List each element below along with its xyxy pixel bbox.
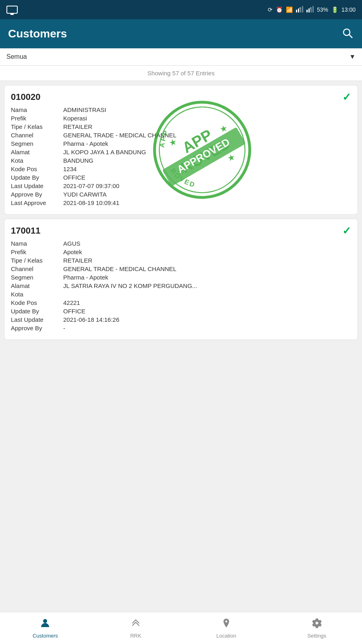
nav-label-settings: Settings xyxy=(307,633,326,639)
svg-point-26 xyxy=(315,622,318,625)
battery-percent: 53% xyxy=(317,6,328,13)
list-item: Tipe / KelasRETAILER xyxy=(11,123,351,130)
signal1-icon: 1 xyxy=(296,6,303,14)
field-label: Update By xyxy=(11,308,63,315)
field-value xyxy=(63,291,351,298)
customer-id: 010020 xyxy=(11,92,351,102)
field-label: Segmen xyxy=(11,274,63,281)
bottom-nav: Customers RRK Location Settings xyxy=(0,612,362,644)
field-label: Last Update xyxy=(11,182,63,189)
list-item: Kode Pos42221 xyxy=(11,299,351,306)
list-item: Approve By- xyxy=(11,325,351,331)
field-value: Pharma - Apotek xyxy=(63,140,351,147)
wifi-icon: 📶 xyxy=(286,6,293,13)
customers-nav-icon xyxy=(39,617,51,631)
customer-id: 170011 xyxy=(11,226,351,236)
field-value: Koperasi xyxy=(63,115,351,122)
nav-label-customers: Customers xyxy=(33,633,58,639)
field-value: AGUS xyxy=(63,240,351,247)
nav-label-location: Location xyxy=(216,633,236,639)
svg-point-10 xyxy=(343,29,350,35)
field-value: YUDI CARWITA xyxy=(63,191,351,198)
field-value: RETAILER xyxy=(63,123,351,130)
list-item: SegmenPharma - Apotek xyxy=(11,140,351,147)
filter-selected-value: Semua xyxy=(6,53,27,60)
location-nav-icon xyxy=(221,617,232,631)
field-value: OFFICE xyxy=(63,174,351,181)
time-display: 13:00 xyxy=(341,6,356,13)
field-label: Prefik xyxy=(11,115,63,122)
field-value: 1234 xyxy=(63,166,351,172)
field-value: Apotek xyxy=(63,248,351,255)
nav-item-location[interactable]: Location xyxy=(181,612,272,644)
field-value: 2021-07-07 09:37:00 xyxy=(63,182,351,189)
field-label: Kota xyxy=(11,291,63,298)
field-label: Tipe / Kelas xyxy=(11,257,63,264)
svg-point-24 xyxy=(43,619,47,623)
list-item: Last Update2021-07-07 09:37:00 xyxy=(11,182,351,189)
svg-rect-0 xyxy=(296,10,297,12)
status-bar: ⟳ ⏰ 📶 1 2 53% 🔋 13:00 xyxy=(0,0,362,19)
field-value: 2021-06-18 14:16:26 xyxy=(63,316,351,323)
search-button[interactable] xyxy=(341,27,354,41)
field-label: Approve By xyxy=(11,191,63,198)
list-item: AlamatJL KOPO JAYA 1 A BANDUNG xyxy=(11,149,351,155)
field-value: 2021-08-19 10:09:41 xyxy=(63,199,351,206)
page-title: Customers xyxy=(8,27,67,40)
customer-card[interactable]: 170011✓NamaAGUSPrefikApotekTipe / KelasR… xyxy=(4,219,358,340)
field-value: GENERAL TRADE - MEDICAL CHANNEL xyxy=(63,265,351,272)
svg-line-11 xyxy=(349,35,352,38)
list-item: Update ByOFFICE xyxy=(11,308,351,315)
field-label: Nama xyxy=(11,240,63,247)
signal2-icon: 2 xyxy=(306,6,314,14)
field-value: 42221 xyxy=(63,299,351,306)
field-label: Update By xyxy=(11,174,63,181)
svg-rect-3 xyxy=(302,6,303,12)
list-item: SegmenPharma - Apotek xyxy=(11,274,351,281)
field-value: OFFICE xyxy=(63,308,351,315)
field-value: ADMINISTRASI xyxy=(63,106,351,113)
field-label: Approve By xyxy=(11,325,63,331)
nav-item-customers[interactable]: Customers xyxy=(0,612,91,644)
field-value: JL KOPO JAYA 1 A BANDUNG xyxy=(63,149,351,155)
list-item: Kota xyxy=(11,291,351,298)
app-header: Customers xyxy=(0,19,362,48)
list-item: AlamatJL SATRIA RAYA IV NO 2 KOMP PERGUD… xyxy=(11,282,351,289)
filter-row: Semua ▼ xyxy=(0,48,362,66)
field-label: Alamat xyxy=(11,149,63,155)
field-value: BANDUNG xyxy=(63,157,351,164)
list-item: ChannelGENERAL TRADE - MEDICAL CHANNEL xyxy=(11,132,351,139)
field-value: Pharma - Apotek xyxy=(63,274,351,281)
chevron-down-icon: ▼ xyxy=(349,53,356,60)
list-item: NamaADMINISTRASI xyxy=(11,106,351,113)
field-value: JL SATRIA RAYA IV NO 2 KOMP PERGUDANG... xyxy=(63,282,351,289)
list-item: Last Approve2021-08-19 10:09:41 xyxy=(11,199,351,206)
field-label: Nama xyxy=(11,106,63,113)
rotate-icon: ⟳ xyxy=(268,6,273,13)
approved-checkmark: ✓ xyxy=(342,225,351,237)
list-item: Tipe / KelasRETAILER xyxy=(11,257,351,264)
customer-list: 010020✓NamaADMINISTRASIPrefikKoperasiTip… xyxy=(0,85,362,340)
field-label: Prefik xyxy=(11,248,63,255)
status-bar-left xyxy=(6,6,18,14)
field-label: Channel xyxy=(11,132,63,139)
rrk-nav-icon xyxy=(130,617,141,631)
list-item: NamaAGUS xyxy=(11,240,351,247)
field-value: - xyxy=(63,325,351,331)
nav-item-settings[interactable]: Settings xyxy=(271,612,362,644)
svg-rect-5 xyxy=(306,10,308,12)
filter-dropdown[interactable]: Semua ▼ xyxy=(6,53,356,60)
field-label: Kota xyxy=(11,157,63,164)
list-item: Kode Pos1234 xyxy=(11,166,351,172)
list-item: Approve ByYUDI CARWITA xyxy=(11,191,351,198)
field-label: Last Update xyxy=(11,316,63,323)
nav-item-rrk[interactable]: RRK xyxy=(91,612,181,644)
alarm-icon: ⏰ xyxy=(276,6,283,13)
battery-icon: 🔋 xyxy=(331,6,338,13)
field-label: Segmen xyxy=(11,140,63,147)
field-value: RETAILER xyxy=(63,257,351,264)
entries-count: Showing 57 of 57 Entries xyxy=(0,66,362,81)
field-label: Kode Pos xyxy=(11,166,63,172)
field-label: Last Approve xyxy=(11,199,63,206)
customer-card[interactable]: 010020✓NamaADMINISTRASIPrefikKoperasiTip… xyxy=(4,85,358,215)
